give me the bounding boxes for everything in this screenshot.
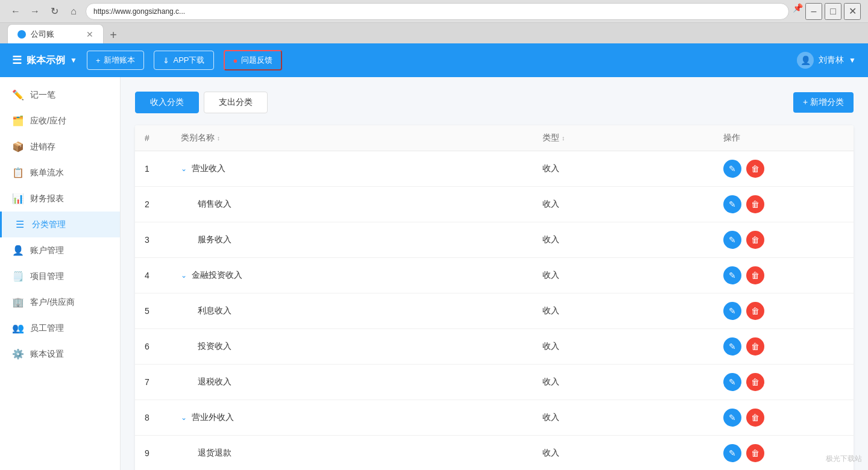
row-actions: ✎ 🗑 <box>723 409 844 427</box>
col-header-num: # <box>145 133 181 143</box>
col-header-action: 操作 <box>723 133 844 143</box>
delete-button[interactable]: 🗑 <box>746 409 764 427</box>
sidebar-item-customer[interactable]: 🏢 客户/供应商 <box>0 289 120 315</box>
table-row: 2 销售收入 收入 ✎ 🗑 <box>135 187 854 222</box>
row-num: 3 <box>145 235 181 245</box>
new-account-button[interactable]: + 新增账本 <box>87 51 145 70</box>
category-table: # 类别名称 ↕ 类型 ↕ 操作 <box>135 125 854 470</box>
edit-button[interactable]: ✎ <box>723 195 741 213</box>
row-name: ⌄ 营业外收入 <box>181 412 542 423</box>
user-name: 刘青林 <box>819 55 844 66</box>
add-category-button[interactable]: + 新增分类 <box>793 92 854 113</box>
edit-button[interactable]: ✎ <box>723 373 741 391</box>
sidebar-item-category[interactable]: ☰ 分类管理 <box>0 212 120 237</box>
minimize-button[interactable]: – <box>805 3 822 20</box>
feedback-button[interactable]: ● 问题反馈 <box>224 50 283 70</box>
note-icon: ✏️ <box>12 89 24 101</box>
delete-button[interactable]: 🗑 <box>746 373 764 391</box>
forward-button[interactable]: → <box>27 3 43 20</box>
delete-button[interactable]: 🗑 <box>746 160 764 178</box>
delete-button[interactable]: 🗑 <box>746 444 764 462</box>
close-button[interactable]: ✕ <box>844 3 861 20</box>
logo[interactable]: ☰ 账本示例 ▼ <box>12 54 77 67</box>
sidebar-label-settings: 账本设置 <box>30 349 64 360</box>
row-type: 收入 <box>542 234 723 245</box>
sidebar-item-account[interactable]: 👤 账户管理 <box>0 237 120 263</box>
delete-button[interactable]: 🗑 <box>746 195 764 213</box>
sidebar-item-note[interactable]: ✏️ 记一笔 <box>0 82 120 108</box>
edit-button[interactable]: ✎ <box>723 337 741 356</box>
edit-button[interactable]: ✎ <box>723 266 741 284</box>
row-name: ⌄ 营业收入 <box>181 163 542 174</box>
settings-icon: ⚙️ <box>12 348 24 360</box>
sidebar-label-category: 分类管理 <box>32 219 66 230</box>
edit-button[interactable]: ✎ <box>723 302 741 320</box>
table-row: 9 退货退款 收入 ✎ 🗑 <box>135 436 854 470</box>
delete-button[interactable]: 🗑 <box>746 266 764 284</box>
sidebar-item-report[interactable]: 📊 财务报表 <box>0 186 120 212</box>
col-name-label: 类别名称 <box>181 133 215 143</box>
category-tabs: 收入分类 支出分类 <box>135 92 268 113</box>
sidebar-item-receivable[interactable]: 🗂️ 应收/应付 <box>0 108 120 134</box>
row-num: 9 <box>145 448 181 458</box>
tab-favicon <box>17 30 26 39</box>
row-num: 2 <box>145 199 181 209</box>
content-area: 收入分类 支出分类 + 新增分类 # <box>121 77 868 470</box>
edit-button[interactable]: ✎ <box>723 444 741 462</box>
sidebar-label-customer: 客户/供应商 <box>30 297 75 308</box>
row-type: 收入 <box>542 306 723 316</box>
expand-icon[interactable]: ⌄ <box>181 164 187 173</box>
row-name: 利息收入 <box>181 306 542 316</box>
address-bar[interactable]: https://www.gongsizhang.c... <box>86 3 789 20</box>
col-type-label: 类型 <box>542 133 559 143</box>
sidebar-item-settings[interactable]: ⚙️ 账本设置 <box>0 341 120 367</box>
row-name: 退货退款 <box>181 448 542 459</box>
user-menu[interactable]: 👤 刘青林 ▼ <box>797 52 856 69</box>
table-row: 3 服务收入 收入 ✎ 🗑 <box>135 222 854 258</box>
delete-button[interactable]: 🗑 <box>746 302 764 320</box>
sidebar-label-inventory: 进销存 <box>30 142 55 152</box>
back-button[interactable]: ← <box>7 3 24 20</box>
tab-close-button[interactable]: ✕ <box>86 30 93 39</box>
delete-button[interactable]: 🗑 <box>746 337 764 356</box>
row-actions: ✎ 🗑 <box>723 160 844 178</box>
edit-button[interactable]: ✎ <box>723 231 741 249</box>
logo-icon: ☰ <box>12 54 22 67</box>
avatar: 👤 <box>797 52 814 69</box>
expand-icon[interactable]: ⌄ <box>181 413 187 422</box>
edit-button[interactable]: ✎ <box>723 160 741 178</box>
row-name: 销售收入 <box>181 199 542 210</box>
category-icon: ☰ <box>14 219 26 230</box>
sidebar-item-ledger[interactable]: 📋 账单流水 <box>0 160 120 186</box>
sidebar-item-inventory[interactable]: 📦 进销存 <box>0 134 120 160</box>
row-name: 投资收入 <box>181 341 542 352</box>
table-row: 5 利息收入 收入 ✎ 🗑 <box>135 293 854 329</box>
sidebar-label-receivable: 应收/应付 <box>30 116 66 127</box>
watermark: 极光下载站 <box>826 454 862 464</box>
sidebar-item-employee[interactable]: 👥 员工管理 <box>0 315 120 341</box>
delete-button[interactable]: 🗑 <box>746 231 764 249</box>
sidebar-item-project[interactable]: 🗒️ 项目管理 <box>0 263 120 289</box>
sort-icon-type: ↕ <box>562 135 565 142</box>
row-type: 收入 <box>542 412 723 423</box>
table-row: 4 ⌄ 金融投资收入 收入 ✎ 🗑 <box>135 258 854 293</box>
col-action-label: 操作 <box>723 133 740 143</box>
account-icon: 👤 <box>12 245 24 256</box>
row-type: 收入 <box>542 341 723 352</box>
tab-expense[interactable]: 支出分类 <box>204 92 268 113</box>
expand-icon[interactable]: ⌄ <box>181 271 187 280</box>
customer-icon: 🏢 <box>12 296 24 308</box>
download-icon: ⇓ <box>163 56 169 65</box>
edit-button[interactable]: ✎ <box>723 409 741 427</box>
home-button[interactable]: ⌂ <box>65 3 82 20</box>
row-name: ⌄ 金融投资收入 <box>181 270 542 281</box>
new-tab-button[interactable]: + <box>105 27 122 43</box>
receivable-icon: 🗂️ <box>12 115 24 127</box>
reload-button[interactable]: ↻ <box>46 3 63 20</box>
browser-tab[interactable]: 公司账 ✕ <box>7 24 104 43</box>
tab-income[interactable]: 收入分类 <box>135 92 199 113</box>
maximize-button[interactable]: □ <box>825 3 841 20</box>
app-download-button[interactable]: ⇓ APP下载 <box>154 51 213 70</box>
row-name: 退税收入 <box>181 377 542 387</box>
report-icon: 📊 <box>12 193 24 204</box>
